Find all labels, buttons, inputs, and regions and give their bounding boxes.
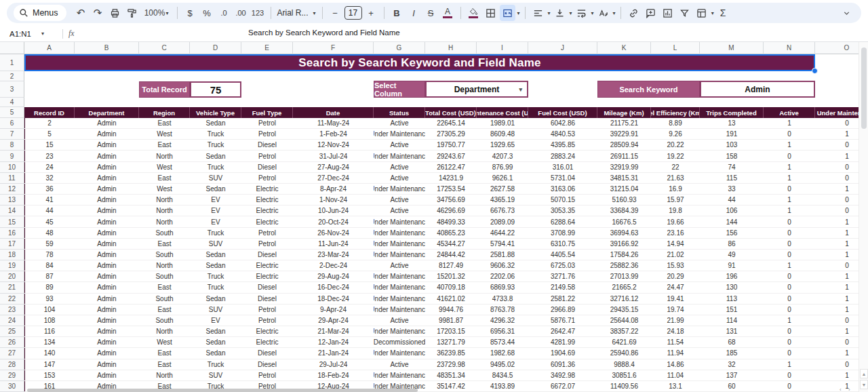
vertical-scrollbar-thumb[interactable]: [861, 47, 867, 129]
table-cell[interactable]: 4193.89: [477, 381, 528, 392]
row-header-2[interactable]: 2: [0, 71, 24, 81]
table-cell[interactable]: 27013.99: [597, 271, 651, 282]
table-cell[interactable]: Active: [374, 205, 425, 216]
table-cell[interactable]: Admin: [75, 228, 139, 239]
table-cell[interactable]: 1904.69: [528, 348, 597, 359]
table-cell[interactable]: Admin: [75, 337, 139, 348]
table-cell[interactable]: 17253.54: [425, 184, 477, 195]
table-cell[interactable]: 6725.03: [528, 260, 597, 271]
table-cell[interactable]: 44: [700, 195, 764, 205]
table-cell[interactable]: East: [139, 348, 190, 359]
table-cell[interactable]: 34756.69: [425, 195, 477, 205]
search-keyword-value[interactable]: Admin: [700, 81, 815, 98]
table-cell[interactable]: 32716.12: [597, 294, 651, 305]
table-cell[interactable]: SUV: [190, 305, 241, 315]
table-cell[interactable]: 156: [700, 228, 764, 239]
table-cell[interactable]: Diesel: [241, 294, 293, 305]
formula-bar-value[interactable]: Search by Search Keyword and Field Name: [248, 28, 400, 37]
table-cell[interactable]: 33684.39: [597, 205, 651, 216]
table-cell[interactable]: North: [139, 370, 190, 381]
table-cell[interactable]: 20-Oct-24: [293, 216, 374, 227]
table-cell[interactable]: 36: [24, 184, 75, 195]
table-cell[interactable]: 8127.49: [425, 260, 477, 271]
borders-button[interactable]: [483, 5, 498, 21]
horizontal-align-button[interactable]: [530, 5, 546, 21]
table-cell[interactable]: 13271.79: [425, 337, 477, 348]
table-cell[interactable]: 6956.31: [477, 326, 528, 337]
table-cell[interactable]: 1: [764, 315, 815, 326]
table-cell[interactable]: East: [139, 173, 190, 184]
table-cell[interactable]: Diesel: [241, 359, 293, 370]
table-cell[interactable]: 41621.02: [425, 294, 477, 305]
table-cell[interactable]: Truck: [190, 282, 241, 293]
text-color-button[interactable]: A: [440, 5, 456, 21]
merge-cells-caret-icon[interactable]: ▾: [517, 10, 520, 16]
table-cell[interactable]: Under Maintenance: [374, 294, 425, 305]
table-cell[interactable]: 1: [764, 205, 815, 216]
table-cell[interactable]: 11-May-24: [293, 118, 374, 129]
table-cell[interactable]: Admin: [75, 305, 139, 315]
select-column-dropdown[interactable]: Department ▾: [425, 81, 528, 98]
table-cell[interactable]: 46296.69: [425, 205, 477, 216]
table-cell[interactable]: Active: [374, 260, 425, 271]
table-cell[interactable]: EV: [190, 205, 241, 216]
table-cell[interactable]: Sedan: [190, 250, 241, 260]
table-cell[interactable]: 87: [24, 271, 75, 282]
table-cell[interactable]: 45344.27: [425, 239, 477, 250]
table-cell[interactable]: 32: [24, 173, 75, 184]
table-cell[interactable]: Under Maintenance: [374, 282, 425, 293]
table-cell[interactable]: 48499.33: [425, 216, 477, 227]
table-cell[interactable]: 8-Apr-24: [293, 184, 374, 195]
table-cell[interactable]: South: [139, 228, 190, 239]
scroll-up-button[interactable]: ▲: [860, 369, 868, 378]
table-cell[interactable]: 11.54: [651, 337, 700, 348]
table-cell[interactable]: 33: [700, 184, 764, 195]
table-cell[interactable]: Admin: [75, 348, 139, 359]
increase-font-size-button[interactable]: +: [363, 5, 379, 21]
table-cell[interactable]: 0: [764, 282, 815, 293]
table-cell[interactable]: 153: [24, 370, 75, 381]
table-header-cell[interactable]: Record ID: [24, 107, 75, 118]
table-cell[interactable]: 39229.91: [597, 129, 651, 140]
table-cell[interactable]: 3053.35: [528, 205, 597, 216]
column-header-I[interactable]: I: [477, 42, 528, 54]
table-cell[interactable]: 108: [24, 315, 75, 326]
row-header-3[interactable]: 3: [0, 81, 24, 98]
table-cell[interactable]: 24: [24, 162, 75, 173]
table-cell[interactable]: Admin: [75, 195, 139, 205]
table-cell[interactable]: Admin: [75, 370, 139, 381]
collapse-toolbar-button[interactable]: [839, 5, 854, 21]
table-cell[interactable]: 39166.92: [597, 239, 651, 250]
table-cell[interactable]: 0: [764, 294, 815, 305]
table-cell[interactable]: Petrol: [241, 129, 293, 140]
table-cell[interactable]: 4644.22: [477, 228, 528, 239]
table-cell[interactable]: 15201.32: [425, 271, 477, 282]
table-cell[interactable]: West: [139, 337, 190, 348]
table-cell[interactable]: 9888.4: [597, 359, 651, 370]
table-cell[interactable]: 0: [764, 250, 815, 260]
table-cell[interactable]: 18-Dec-24: [293, 294, 374, 305]
table-cell[interactable]: Active: [374, 140, 425, 151]
table-cell[interactable]: 4365.19: [477, 195, 528, 205]
title-cell[interactable]: Search by Search Keyword and Field Name: [24, 54, 815, 71]
table-cell[interactable]: EV: [190, 315, 241, 326]
menus-button[interactable]: Menus: [14, 5, 66, 21]
table-cell[interactable]: EV: [190, 216, 241, 227]
table-cell[interactable]: North: [139, 260, 190, 271]
table-cell[interactable]: 93: [24, 294, 75, 305]
caret-down-icon[interactable]: ▾: [613, 10, 616, 16]
table-cell[interactable]: Admin: [75, 315, 139, 326]
table-cell[interactable]: 23729.98: [425, 359, 477, 370]
table-cell[interactable]: North: [139, 151, 190, 161]
table-cell[interactable]: Sedan: [190, 184, 241, 195]
table-cell[interactable]: Petrol: [241, 151, 293, 161]
table-cell[interactable]: 14.86: [651, 359, 700, 370]
column-header-B[interactable]: B: [75, 42, 139, 54]
table-cell[interactable]: Electric: [241, 205, 293, 216]
table-cell[interactable]: 19750.77: [425, 140, 477, 151]
table-cell[interactable]: 4281.99: [528, 337, 597, 348]
table-cell[interactable]: Under Maintenance: [374, 326, 425, 337]
table-cell[interactable]: 9495.02: [477, 359, 528, 370]
bold-button[interactable]: B: [389, 5, 405, 21]
table-cell[interactable]: 1: [764, 359, 815, 370]
